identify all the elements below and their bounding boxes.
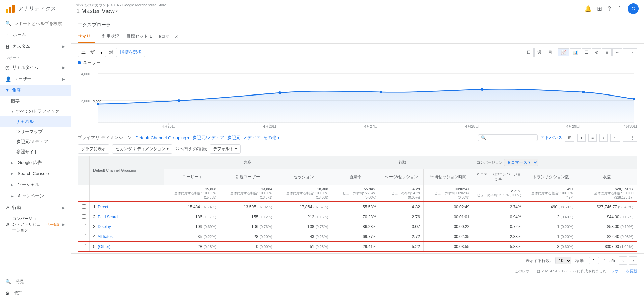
sidebar-item-source-medium[interactable]: 参照元/メディア [0,137,71,147]
sidebar-item-hakken[interactable]: 🔍 発見 [0,276,71,288]
row-users: 109 (0.69%) [164,222,220,232]
table-view-btn[interactable]: ☰ [582,48,591,56]
row-link[interactable]: Display [98,224,111,229]
row-checkbox[interactable] [78,212,90,222]
sidebar-item-referral[interactable]: 参照サイト [0,147,71,157]
sidebar-item-shukyaku[interactable]: ▼ 集客 [0,85,71,96]
table-search-input[interactable] [487,135,535,140]
conversion-select[interactable]: e コマース ▾ [504,159,538,166]
row-grouping: 5. (Other) [90,242,164,252]
header-bounce[interactable]: 直帰率 [332,169,380,185]
other-link[interactable]: その他 ▾ [263,135,280,141]
search-input[interactable] [14,21,65,26]
sidebar-item-search-console[interactable]: ▶ Search Console [0,168,71,179]
tab-summary[interactable]: サマリー [78,31,95,43]
advance-button[interactable]: アドバンス [540,135,562,141]
help-icon[interactable]: ? [608,5,611,12]
more-icon[interactable]: ⋮ [616,5,622,12]
sidebar-item-overview[interactable]: 概要 [0,96,71,106]
sidebar-item-social[interactable]: ▶ ソーシャル [0,179,71,190]
compare-metric-button[interactable]: 指標を選択 [116,48,145,57]
sidebar-item-google-ads[interactable]: ▶ Google 広告 [0,157,71,168]
sidebar-item-custom[interactable]: ▦ カスタム ▶ [0,40,71,52]
app-name: アナリティクス [18,5,56,12]
edit-report-link[interactable]: レポートを更新 [611,269,637,273]
compare-btn[interactable]: ↔ [612,48,622,56]
sidebar-item-realtime[interactable]: ◷ リアルタイム ▶ [0,62,71,73]
grid-icon[interactable]: ⊞ [597,5,602,12]
source-link[interactable]: 参照元 [227,135,240,141]
view-caret-icon[interactable]: ▾ [116,9,118,13]
primary-dim-value[interactable]: Default Channel Grouping ▾ [135,135,190,140]
beta-badge: ベータ版 [46,222,60,227]
row-link[interactable]: Direct [98,205,108,209]
table-icon-btn3[interactable]: ≡ [588,134,597,142]
sidebar-item-home[interactable]: ⌂ ホーム [0,29,71,40]
sidebar-item-user[interactable]: 👤 ユーザー ▶ [0,73,71,85]
row-new-users: 13,595 (97.92%) [220,202,276,212]
sidebar-item-conv[interactable]: ↺ コンバージョン・アトリビューション ベータ版 ▶ [0,213,71,236]
sidebar-item-all-traffic[interactable]: ▼ すべてのトラフィック [0,106,71,116]
period-week-btn[interactable]: 週 [534,48,544,57]
row-grouping: 4. Affiliates [90,232,164,242]
sidebar-item-campaign[interactable]: ▶ キャンペーン [0,190,71,202]
metric-button[interactable]: ユーザー ▾ [78,48,106,57]
bell-icon[interactable]: 🔔 [584,5,592,12]
table-icon-btn6[interactable]: ⋮⋮ [623,134,637,142]
row-avg-time: 00:03:55 [423,242,473,252]
secondary-dim-button[interactable]: セカンダリ ディメンション ▾ [112,144,172,154]
media-link[interactable]: メディア [243,135,261,141]
table-icon-btn5[interactable]: ↔ [610,134,620,142]
annotation-btn[interactable]: ⊞ [602,48,612,56]
sidebar-item-kodo[interactable]: ↗ 行動 ▶ [0,202,71,213]
period-month-btn[interactable]: 月 [545,48,555,57]
search-bar[interactable]: 🔍 [0,18,71,29]
table-icon-btn4[interactable]: ↕ [599,134,608,142]
header-new-users[interactable]: 新規ユーザー [220,169,276,185]
source-medium-link[interactable]: 参照元/メディア [192,135,224,141]
svg-rect-0 [6,9,8,13]
header-sessions[interactable]: セッション [276,169,332,185]
row-link[interactable]: Affiliates [98,234,113,239]
tab-goal[interactable]: 目標セット 1 [126,31,152,43]
row-checkbox[interactable] [78,222,90,232]
row-checkbox[interactable] [78,232,90,242]
prev-page-button[interactable]: ‹ [619,256,627,265]
row-revenue: $307.00 (1.09%) [577,242,637,252]
user-icon: 👤 [5,76,11,82]
line-chart-btn[interactable]: 📈 [558,48,569,56]
bar-chart-btn[interactable]: 📊 [570,48,581,56]
sidebar-item-channel[interactable]: チャネル [0,116,71,127]
row-link[interactable]: Paid Search [98,215,119,219]
header-avg-time[interactable]: 平均セッション時間 [423,169,473,185]
table-search-box[interactable]: 🔍 [478,134,538,141]
table-icon-btn2[interactable]: ● [577,134,586,142]
header-pages[interactable]: ページ/セッション [380,169,423,185]
header-users[interactable]: ユーザー ↓ [164,169,220,185]
tab-ecommerce[interactable]: eコマース [159,31,179,43]
header-conv-rate[interactable]: e コマースのコンバージョン率 [473,169,525,185]
next-page-button[interactable]: › [629,256,637,265]
header-transactions[interactable]: トランザクション数 [525,169,577,185]
primary-dim-label: プライマリ ディメンション: [78,135,133,141]
header-revenue[interactable]: 収益 [577,169,637,185]
pie-view-btn[interactable]: ⊙ [592,48,601,56]
settings-btn[interactable]: ⋮⋮ [623,48,637,56]
sort-value-button[interactable]: デフォルト ▾ [210,144,240,154]
tab-usage[interactable]: 利用状況 [102,31,119,43]
sidebar-item-treemap[interactable]: ツリーマップ [0,127,71,137]
row-link[interactable]: (Other) [98,244,110,249]
avatar[interactable]: G [628,3,639,14]
period-day-btn[interactable]: 日 [524,48,534,57]
table-icon-btn1[interactable]: ⊞ [565,134,574,142]
row-pages: 5.22 [380,242,423,252]
total-users: 15,868 全体に対する割合: 100.00% (15,865) [164,185,220,202]
plot-button[interactable]: グラフに表示 [78,144,109,154]
page-input[interactable] [589,257,599,264]
row-checkbox[interactable] [78,242,90,252]
row-checkbox[interactable] [78,202,90,212]
sidebar-item-kanri[interactable]: ⚙ 管理 [0,288,71,299]
rows-select[interactable]: 10 25 50 [555,257,571,264]
total-sessions: 18,308 全体に対する割合: 100.00% (18,308) [276,185,332,202]
conv-icon: ↺ [5,222,9,227]
